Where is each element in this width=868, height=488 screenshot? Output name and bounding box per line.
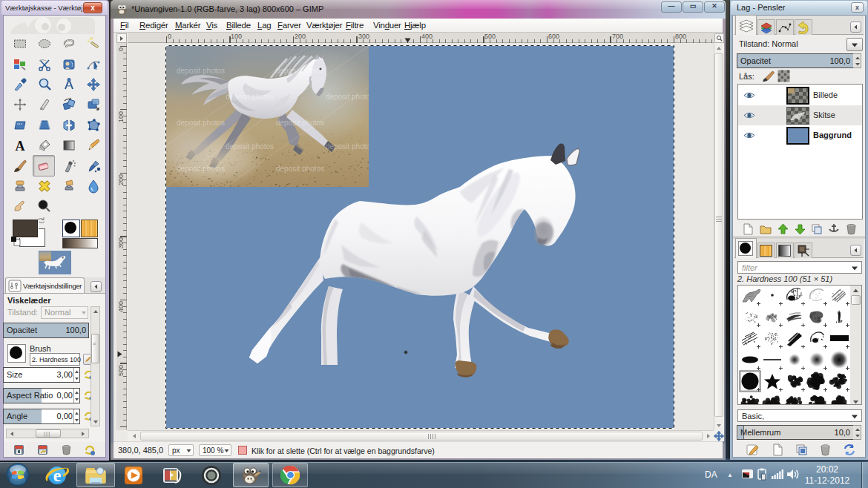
svg-text:A: A — [16, 139, 25, 154]
